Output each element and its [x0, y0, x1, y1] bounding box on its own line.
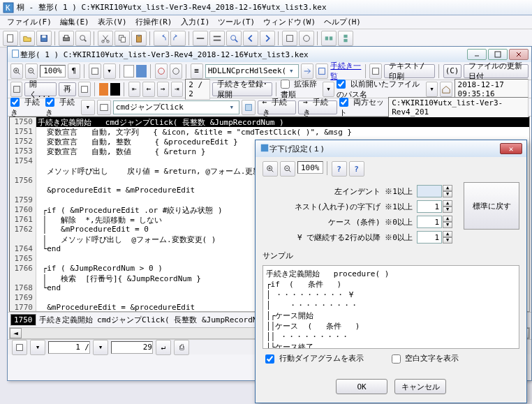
- tool-c-icon[interactable]: ▾: [103, 63, 116, 79]
- redo-icon[interactable]: [170, 31, 186, 46]
- spin-down[interactable]: ▼: [443, 222, 452, 228]
- maximize-button[interactable]: [488, 49, 508, 60]
- next-proc-button[interactable]: → 手続き: [298, 100, 337, 114]
- whitespace-check[interactable]: 空白文字を表示: [392, 353, 459, 364]
- tool-d-icon[interactable]: [155, 63, 168, 79]
- tool-i-icon[interactable]: [369, 63, 382, 79]
- minimize-button[interactable]: [467, 49, 487, 60]
- prev-proc-button[interactable]: ← 手続き: [258, 100, 297, 114]
- dlg-zoom-field[interactable]: 100%: [297, 161, 323, 174]
- restore-defaults-button[interactable]: 標準に戻す: [464, 182, 519, 230]
- menu-line[interactable]: 行操作(R): [131, 15, 177, 29]
- proc-check-2[interactable]: 手続き: [45, 97, 78, 118]
- tool3-icon[interactable]: [282, 31, 297, 46]
- tool-h-icon[interactable]: [316, 63, 328, 79]
- tool-n-icon[interactable]: ▾: [426, 82, 438, 97]
- last-icon[interactable]: ⇥: [171, 82, 183, 97]
- status-icon-c[interactable]: ▾: [93, 340, 108, 355]
- dlg-zoom-in-icon[interactable]: [263, 161, 278, 177]
- proc-check-1[interactable]: 手続き: [10, 97, 43, 118]
- menu-tool[interactable]: ツール(T): [214, 15, 259, 29]
- cancel-button[interactable]: キャンセル: [394, 379, 446, 394]
- spin-up[interactable]: ▲: [443, 185, 452, 191]
- tool-b-icon[interactable]: [89, 63, 101, 79]
- tool6-icon[interactable]: [338, 31, 353, 46]
- tool-p-icon[interactable]: [97, 100, 111, 115]
- open-icon[interactable]: [20, 31, 35, 46]
- combo-function[interactable]: HDLLNCprcHdlSeek(▾: [205, 64, 300, 78]
- cont-input[interactable]: [417, 231, 442, 244]
- file-date-button[interactable]: ファイルの更新日付: [464, 64, 529, 78]
- undo-icon[interactable]: [154, 31, 169, 46]
- dialog-titlebar[interactable]: 字下げ設定(１) ✕: [256, 140, 526, 157]
- tool-g-icon[interactable]: [301, 63, 313, 79]
- menu-help[interactable]: ヘルプ(H): [320, 15, 365, 29]
- tool-q-icon[interactable]: [242, 100, 256, 115]
- dlg-help-icon[interactable]: ?: [332, 161, 347, 177]
- open-button[interactable]: 開く...: [24, 82, 57, 96]
- tool4-icon[interactable]: [299, 31, 314, 46]
- spin-up[interactable]: ▲: [443, 216, 452, 222]
- back-icon[interactable]: ←: [142, 82, 154, 97]
- menu-file[interactable]: ファイル(F): [3, 15, 56, 29]
- spin-up[interactable]: ▲: [443, 200, 452, 207]
- color-swatch-black[interactable]: [110, 83, 120, 96]
- fwd-icon[interactable]: →: [157, 82, 169, 97]
- dialog-close-button[interactable]: ✕: [500, 143, 522, 154]
- reload-button[interactable]: 再: [59, 82, 76, 96]
- tool-f-icon[interactable]: ≡: [191, 63, 203, 79]
- home-icon[interactable]: [440, 82, 452, 97]
- status-field-2[interactable]: [111, 341, 153, 354]
- prev-icon[interactable]: [243, 31, 258, 46]
- nest-input[interactable]: [417, 200, 442, 213]
- register-proc-button[interactable]: 手続きを登録･展開: [212, 82, 272, 96]
- both-check[interactable]: 両方セット: [339, 97, 386, 118]
- left-indent-input[interactable]: [417, 185, 442, 197]
- text-print-button[interactable]: テキスト/印刷: [384, 64, 434, 78]
- zoom-out-icon[interactable]: [25, 63, 38, 79]
- color-swatch-blue[interactable]: [136, 65, 146, 77]
- tool-o-icon[interactable]: ▾: [81, 100, 95, 115]
- status-go-icon[interactable]: ↵: [156, 340, 171, 355]
- menu-edit[interactable]: 編集(E): [56, 15, 94, 29]
- tool-k-icon[interactable]: [10, 82, 22, 97]
- tool-a-icon[interactable]: ¶: [68, 63, 80, 79]
- spin-down[interactable]: ▼: [443, 207, 452, 213]
- tool-e-icon[interactable]: [170, 63, 182, 79]
- first-icon[interactable]: ⇤: [128, 82, 140, 97]
- ok-button[interactable]: OK: [336, 379, 387, 394]
- dlg-zoom-out-icon[interactable]: [280, 161, 295, 177]
- scroll-left-icon[interactable]: ◄: [10, 328, 22, 338]
- case-input[interactable]: [417, 216, 442, 228]
- tool-m-icon[interactable]: ▾: [323, 82, 334, 97]
- spin-down[interactable]: ▼: [443, 191, 452, 197]
- spin-down[interactable]: ▼: [443, 237, 452, 244]
- menu-input[interactable]: 入力(I): [177, 15, 214, 29]
- next-icon[interactable]: [260, 31, 275, 46]
- print-icon[interactable]: [59, 31, 74, 46]
- close-button[interactable]: [509, 49, 529, 60]
- tool-l-icon[interactable]: [78, 82, 90, 97]
- zoom-field[interactable]: 100%: [40, 65, 66, 77]
- status-icon-a[interactable]: [12, 340, 27, 355]
- color-swatch-orange[interactable]: [99, 83, 109, 96]
- status-icon-d[interactable]: ⎙: [174, 340, 189, 355]
- menu-view[interactable]: 表示(V): [94, 15, 131, 29]
- new-icon[interactable]: [3, 31, 18, 46]
- copy-icon[interactable]: [114, 31, 130, 46]
- status-field-1[interactable]: [48, 341, 90, 354]
- preview-icon[interactable]: [75, 31, 91, 46]
- zoom-in-icon[interactable]: [10, 63, 23, 79]
- status-icon-b[interactable]: ▾: [30, 340, 45, 355]
- tool-icon[interactable]: [193, 31, 208, 46]
- color-swatch-white[interactable]: [124, 65, 134, 77]
- tool-j-button[interactable]: (C): [443, 64, 461, 78]
- tool2-icon[interactable]: [209, 31, 225, 46]
- menu-window[interactable]: ウィンドウ(W): [259, 15, 320, 29]
- tool5-icon[interactable]: [321, 31, 337, 46]
- search-icon[interactable]: [226, 31, 242, 46]
- diagram-check[interactable]: 行動ダイアグラムを表示: [265, 353, 364, 364]
- save-icon[interactable]: [36, 31, 52, 46]
- dlg-help2-icon[interactable]: ?: [349, 161, 364, 177]
- paste-icon[interactable]: [131, 31, 147, 46]
